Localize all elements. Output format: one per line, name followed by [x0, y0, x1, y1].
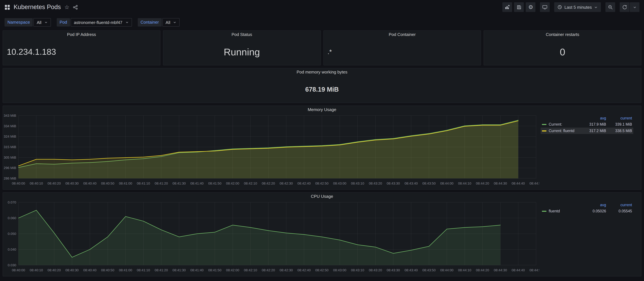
svg-text:08:43:30: 08:43:30	[387, 181, 400, 185]
memory-usage-chart[interactable]: 343 MiB334 MiB324 MiB315 MiB305 MiB296 M…	[3, 114, 539, 187]
apps-icon[interactable]	[4, 4, 10, 10]
svg-text:286 MiB: 286 MiB	[4, 176, 16, 180]
svg-text:08:40:40: 08:40:40	[83, 268, 96, 272]
panel-title[interactable]: Pod memory working bytes	[3, 68, 641, 76]
svg-text:0.070: 0.070	[8, 200, 16, 204]
cycle-view-button[interactable]	[540, 2, 550, 12]
share-icon[interactable]	[73, 5, 78, 9]
legend-row[interactable]: Current: fluentd317.2 MiB338.5 MiB	[540, 128, 633, 134]
variable-container-label[interactable]: Container	[138, 18, 162, 26]
variable-container-picker[interactable]: All	[162, 18, 180, 26]
svg-text:08:44:20: 08:44:20	[476, 268, 489, 272]
legend-column-avg[interactable]: avg	[580, 203, 606, 207]
variable-pod-label[interactable]: Pod	[57, 18, 70, 26]
svg-text:08:42:20: 08:42:20	[262, 181, 275, 185]
svg-text:08:41:10: 08:41:10	[137, 181, 150, 185]
save-dashboard-button[interactable]	[514, 2, 524, 12]
variable-namespace-picker[interactable]: All	[34, 18, 51, 26]
star-icon[interactable]: ☆	[64, 4, 70, 10]
svg-text:08:42:00: 08:42:00	[226, 268, 239, 272]
panel-title[interactable]: CPU Usage	[3, 193, 641, 200]
panel-pod-ip: Pod IP Address 10.234.1.183	[2, 30, 160, 65]
clock-icon	[558, 5, 562, 9]
legend-row[interactable]: Current:317.9 MiB339.1 MiB	[540, 121, 633, 128]
svg-text:08:41:40: 08:41:40	[190, 268, 204, 272]
legend-column-avg[interactable]: avg	[580, 116, 606, 120]
variable-container-value: All	[166, 20, 170, 25]
svg-text:08:40:10: 08:40:10	[30, 268, 43, 272]
variable-namespace-value: All	[37, 20, 42, 25]
svg-text:08:40:30: 08:40:30	[66, 181, 79, 185]
save-icon	[517, 5, 522, 9]
legend-header: avgcurrent	[540, 202, 633, 208]
panel-title[interactable]: Memory Usage	[3, 106, 641, 114]
svg-text:305 MiB: 305 MiB	[4, 156, 16, 159]
svg-text:324 MiB: 324 MiB	[4, 135, 16, 138]
svg-text:08:41:40: 08:41:40	[190, 181, 204, 185]
chevron-down-icon	[173, 21, 176, 24]
zoom-out-icon	[608, 5, 613, 9]
svg-text:08:44:20: 08:44:20	[476, 181, 489, 185]
panel-title[interactable]: Pod IP Address	[3, 31, 160, 38]
series-color-dash	[542, 211, 546, 212]
pod-container-value: .*	[324, 38, 481, 65]
panel-title[interactable]: Container restarts	[484, 31, 641, 38]
variable-pod-picker[interactable]: astronomer-fluentd-mbf47	[71, 18, 132, 26]
legend-header: avgcurrent	[540, 115, 633, 121]
panel-container-restarts: Container restarts 0	[484, 30, 642, 65]
svg-text:343 MiB: 343 MiB	[4, 114, 16, 117]
variable-namespace: Namespace All	[4, 18, 51, 26]
svg-text:08:40:00: 08:40:00	[12, 181, 25, 185]
svg-text:08:41:20: 08:41:20	[154, 181, 168, 185]
svg-text:08:42:50: 08:42:50	[315, 181, 329, 185]
svg-text:08:44:40: 08:44:40	[512, 268, 525, 272]
svg-text:08:43:20: 08:43:20	[369, 181, 382, 185]
panel-pod-container: Pod Container .*	[323, 30, 481, 65]
svg-text:08:43:40: 08:43:40	[404, 181, 418, 185]
svg-text:08:42:40: 08:42:40	[297, 268, 311, 272]
variable-namespace-label[interactable]: Namespace	[4, 18, 33, 26]
svg-text:08:43:00: 08:43:00	[333, 268, 346, 272]
svg-text:08:43:10: 08:43:10	[351, 181, 364, 185]
svg-text:08:44:30: 08:44:30	[494, 181, 507, 185]
pod-ip-value: 10.234.1.183	[3, 38, 160, 65]
legend-column-current[interactable]: current	[606, 203, 632, 207]
svg-text:08:44:40: 08:44:40	[512, 181, 525, 185]
stat-panels-row: Pod IP Address 10.234.1.183 Pod Status R…	[2, 30, 642, 65]
refresh-button[interactable]	[620, 2, 630, 12]
refresh-interval-dropdown[interactable]	[630, 2, 640, 12]
svg-text:08:44:50: 08:44:50	[530, 268, 539, 272]
panel-title[interactable]: Pod Container	[324, 31, 481, 38]
time-range-picker[interactable]: Last 5 minutes	[554, 2, 601, 12]
cpu-usage-chart[interactable]: 0.0700.0600.0500.0400.03008:40:0008:40:1…	[3, 200, 539, 274]
refresh-icon	[622, 5, 627, 9]
svg-text:08:42:00: 08:42:00	[226, 181, 239, 185]
svg-text:08:43:50: 08:43:50	[422, 181, 436, 185]
svg-text:08:41:50: 08:41:50	[208, 268, 222, 272]
svg-text:08:40:50: 08:40:50	[101, 181, 114, 185]
panel-title[interactable]: Pod Status	[163, 31, 320, 38]
zoom-out-button[interactable]	[606, 2, 615, 12]
svg-text:08:42:50: 08:42:50	[315, 268, 329, 272]
panel-pod-memory-working-bytes: Pod memory working bytes 678.19 MiB	[2, 68, 642, 103]
svg-text:08:42:10: 08:42:10	[244, 181, 257, 185]
legend-row[interactable]: fluentd0.050260.05545	[540, 208, 633, 214]
dashboard-settings-button[interactable]: ⚙	[526, 2, 536, 12]
svg-text:08:42:10: 08:42:10	[244, 268, 257, 272]
legend-column-current[interactable]: current	[606, 116, 632, 120]
svg-text:08:43:00: 08:43:00	[333, 181, 346, 185]
container-restarts-value: 0	[484, 38, 641, 65]
svg-text:08:40:00: 08:40:00	[12, 268, 25, 272]
pod-memory-working-bytes-value: 678.19 MiB	[3, 76, 641, 103]
svg-text:08:40:30: 08:40:30	[66, 268, 79, 272]
svg-text:08:40:10: 08:40:10	[30, 181, 43, 185]
svg-text:08:44:00: 08:44:00	[440, 181, 454, 185]
svg-text:0.040: 0.040	[8, 248, 16, 251]
navbar: Kubernetes Pods ☆ ⚙ Last 5 minutes	[0, 0, 644, 14]
panel-cpu-usage: CPU Usage 0.0700.0600.0500.0400.03008:40…	[2, 192, 642, 277]
gear-icon: ⚙	[528, 4, 533, 10]
svg-text:08:43:40: 08:43:40	[404, 268, 418, 272]
svg-text:08:42:30: 08:42:30	[280, 181, 293, 185]
svg-text:08:42:20: 08:42:20	[262, 268, 275, 272]
add-panel-button[interactable]	[502, 2, 512, 12]
